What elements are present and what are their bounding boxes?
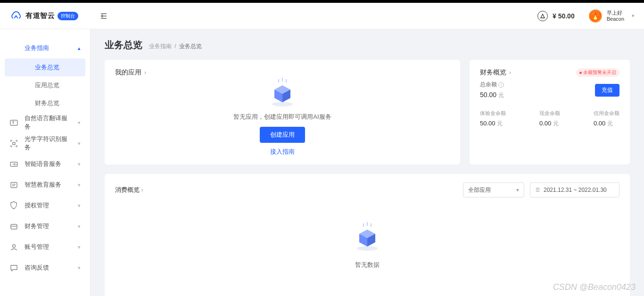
sidebar-item-label: 智能语音服务 — [25, 160, 71, 168]
cube-illustration-icon — [351, 221, 384, 254]
cash-balance: 现金余额 0.00 元 — [539, 110, 560, 128]
header: 有道智云 控制台 ¥ 50.00 🔥 早上好 Beacon ▾ — [0, 3, 644, 29]
page-title: 业务总览 — [105, 39, 142, 51]
sidebar-item-label: 自然语言翻译服务 — [25, 114, 71, 131]
collapse-icon — [100, 13, 107, 19]
greeting: 早上好 — [607, 10, 624, 16]
grid-icon — [9, 44, 18, 52]
wallet-icon — [537, 11, 548, 21]
sidebar-item-label: 账号管理 — [25, 243, 71, 251]
svg-rect-4 — [10, 120, 17, 125]
chevron-down-icon: ▾ — [632, 13, 635, 19]
svg-point-19 — [272, 102, 293, 107]
sidebar-item-label: 授权管理 — [25, 201, 71, 210]
chevron-down-icon: ▾ — [78, 244, 81, 250]
alert-text: 余额预警未开启 — [583, 69, 616, 76]
wallet[interactable]: ¥ 50.00 — [537, 11, 575, 21]
sidebar: 业务指南 ▴ 业务总览 应用总览 财务总览 自然语言翻译服务 ▾ 光学字符识别服… — [0, 29, 91, 296]
chevron-down-icon: ▾ — [78, 203, 81, 209]
sidebar-item-ocr[interactable]: 光学字符识别服务 ▾ — [0, 133, 90, 154]
main-content: 业务总览 业务指南 / 业务总览 我的应用 › — [91, 29, 644, 296]
svg-marker-3 — [541, 14, 545, 18]
finance-icon — [9, 222, 18, 230]
breadcrumb: 业务指南 / 业务总览 — [149, 42, 202, 50]
translate-icon — [9, 118, 18, 127]
chevron-down-icon: ▾ — [78, 161, 81, 167]
my-apps-card: 我的应用 › — [105, 60, 460, 164]
chevron-up-icon: ▴ — [78, 45, 81, 51]
sidebar-sub-apps[interactable]: 应用总览 — [5, 76, 85, 94]
create-app-button[interactable]: 创建应用 — [260, 127, 305, 143]
total-balance-label: 总余额 i — [480, 81, 504, 89]
avatar: 🔥 — [589, 9, 602, 23]
select-value: 全部应用 — [468, 186, 491, 194]
chevron-down-icon: ▾ — [78, 265, 81, 271]
balance-amount: ¥ 50.00 — [553, 12, 575, 20]
sidebar-item-edu[interactable]: 智慧教育服务 ▾ — [0, 174, 90, 195]
no-data-text: 暂无数据 — [355, 261, 380, 269]
svg-rect-8 — [10, 162, 17, 166]
chevron-down-icon: ▾ — [78, 120, 81, 126]
info-icon[interactable]: i — [498, 82, 504, 88]
sidebar-item-auth[interactable]: 授权管理 ▾ — [0, 195, 90, 216]
edu-icon — [9, 181, 18, 189]
sidebar-item-account[interactable]: 账号管理 ▾ — [0, 237, 90, 257]
sidebar-sub-label: 业务总览 — [35, 63, 59, 72]
consumption-header[interactable]: 消费概览 › — [115, 186, 143, 194]
sidebar-item-label: 光学字符识别服务 — [25, 135, 71, 152]
date-range-picker[interactable]: 🗓 2021.12.31 ~ 2022.01.30 — [530, 182, 619, 197]
sidebar-item-voice[interactable]: 智能语音服务 ▾ — [0, 154, 90, 174]
chevron-down-icon: ▾ — [78, 223, 81, 230]
total-balance-value: 50.00 元 — [480, 91, 504, 99]
chat-icon — [9, 263, 18, 272]
chevron-right-icon: › — [509, 69, 511, 76]
sidebar-sub-label: 应用总览 — [35, 81, 59, 90]
consumption-overview-card: 消费概览 › 全部应用 ▾ 🗓 2021.12.31 ~ 2022.01.30 — [105, 174, 630, 296]
empty-apps-text: 暂无应用，创建应用即可调用AI服务 — [233, 113, 331, 121]
chevron-right-icon: › — [141, 187, 143, 193]
collapse-sidebar-button[interactable] — [100, 13, 107, 19]
credit-balance: 信用金余额 0.00 元 — [594, 110, 619, 128]
sidebar-sub-finance[interactable]: 财务总览 — [5, 94, 85, 112]
svg-rect-16 — [11, 224, 17, 229]
svg-rect-7 — [13, 142, 15, 145]
chevron-down-icon: ▾ — [78, 182, 81, 188]
finance-header[interactable]: 财务概览 › — [480, 68, 511, 77]
sidebar-item-feedback[interactable]: 咨询反馈 ▾ — [0, 257, 90, 278]
cube-illustration-icon — [266, 77, 299, 110]
username: Beacon — [607, 16, 624, 22]
sidebar-item-label: 智慧教育服务 — [25, 181, 71, 189]
sidebar-sub-overview[interactable]: 业务总览 — [5, 58, 85, 76]
sidebar-item-nlp[interactable]: 自然语言翻译服务 ▾ — [0, 112, 90, 133]
date-range-value: 2021.12.31 ~ 2022.01.30 — [544, 187, 607, 193]
page-header: 业务总览 业务指南 / 业务总览 — [105, 39, 630, 51]
svg-rect-13 — [11, 182, 17, 188]
account-icon — [9, 243, 18, 251]
sidebar-item-guide[interactable]: 业务指南 ▴ — [0, 38, 90, 58]
calendar-icon: 🗓 — [535, 187, 541, 193]
ocr-icon — [9, 139, 18, 148]
console-badge: 控制台 — [58, 12, 78, 20]
chevron-down-icon: ▾ — [516, 187, 519, 193]
sidebar-item-finance[interactable]: 财务管理 ▾ — [0, 216, 90, 237]
balance-alert-badge[interactable]: 余额预警未开启 — [576, 68, 619, 77]
voice-icon — [9, 160, 18, 168]
recharge-button[interactable]: 充值 — [595, 84, 619, 97]
guide-link[interactable]: 接入指南 — [270, 148, 295, 156]
chevron-down-icon: ▾ — [78, 140, 81, 147]
card-title: 财务概览 — [480, 68, 506, 77]
sidebar-item-label: 业务指南 — [25, 44, 71, 52]
trial-balance: 体验金余额 50.00 元 — [480, 110, 506, 128]
card-title: 消费概览 — [115, 186, 140, 193]
logo[interactable]: 有道智云 控制台 — [9, 11, 91, 21]
cloud-logo-icon — [9, 11, 23, 21]
svg-point-26 — [357, 246, 378, 251]
breadcrumb-current: 业务总览 — [179, 43, 202, 49]
user-menu[interactable]: 🔥 早上好 Beacon ▾ — [589, 9, 635, 23]
sidebar-item-label: 财务管理 — [25, 222, 71, 230]
finance-overview-card: 财务概览 › 余额预警未开启 总余额 i — [470, 60, 630, 164]
breadcrumb-parent[interactable]: 业务指南 — [149, 43, 172, 49]
my-apps-header[interactable]: 我的应用 › — [115, 68, 146, 77]
app-filter-select[interactable]: 全部应用 ▾ — [463, 182, 524, 197]
card-title: 我的应用 — [115, 68, 141, 77]
